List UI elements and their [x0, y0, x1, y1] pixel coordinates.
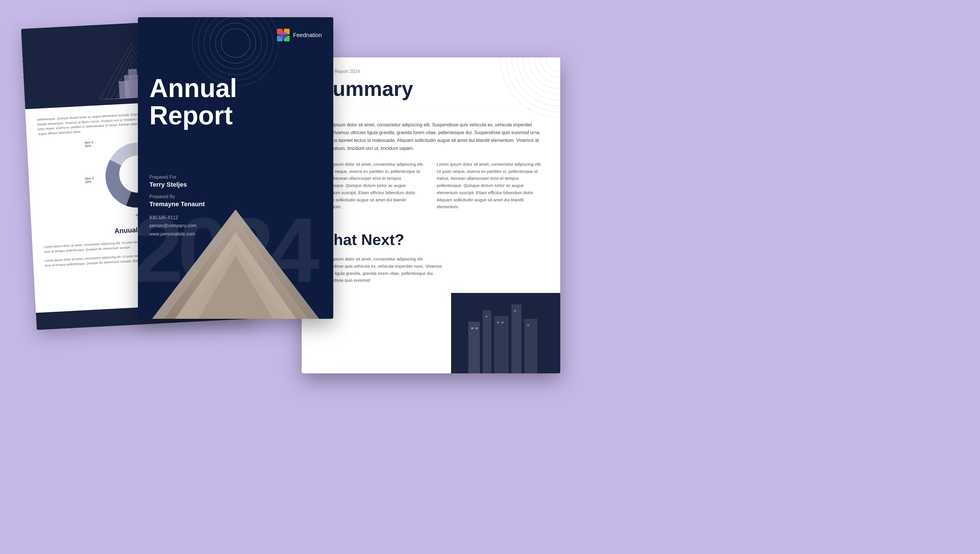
what-next-section: What Next? Lorem ipsum dolor sit amet, c…: [302, 231, 560, 284]
svg-rect-56: [527, 325, 529, 326]
what-next-title: What Next?: [319, 231, 543, 248]
svg-point-35: [546, 57, 560, 72]
svg-rect-54: [501, 322, 504, 323]
svg-rect-47: [494, 316, 508, 373]
right-card: Annual Report 2024 Summary Lorem ipsum d…: [302, 57, 560, 373]
logo-area: Feednation: [277, 29, 322, 41]
svg-point-42: [506, 57, 560, 112]
svg-rect-55: [514, 310, 516, 312]
right-circles-decoration: [497, 57, 560, 121]
title-area: Annual Report: [150, 75, 322, 129]
svg-point-14: [204, 17, 267, 75]
what-next-text: Lorem ipsum dolor sit amet, consectetur …: [319, 256, 442, 284]
right-card-body: Lorem ipsum dolor sit amet, consectetur …: [302, 110, 560, 231]
prepared-for-name: Terry Steljes: [150, 181, 322, 188]
item5-label: Item 520%: [84, 140, 94, 148]
col2-text: Lorem ipsum dolor sit amet, consectetur …: [437, 161, 543, 210]
svg-rect-7: [128, 69, 138, 98]
svg-point-38: [529, 57, 560, 89]
svg-rect-51: [475, 327, 478, 329]
building-dark-svg: [451, 293, 560, 373]
svg-point-15: [198, 17, 273, 80]
logo-name: Feednation: [293, 32, 322, 38]
building-bottom: [138, 210, 333, 319]
svg-point-11: [221, 29, 250, 57]
building-svg: [138, 210, 333, 319]
col1-text: Lorem ipsum dolor sit amet, consectetur …: [319, 161, 425, 210]
svg-point-39: [523, 57, 560, 95]
report-title: Annual Report: [150, 75, 322, 129]
svg-rect-46: [483, 310, 491, 373]
svg-point-12: [215, 23, 256, 63]
prepared-for-label: Prepared For: [150, 175, 322, 180]
svg-rect-50: [471, 327, 473, 329]
svg-rect-53: [497, 322, 499, 323]
svg-rect-52: [486, 316, 487, 317]
logo-icon: [277, 29, 290, 41]
dark-box: [451, 293, 560, 373]
summary-intro: Lorem ipsum dolor sit amet, consectetur …: [319, 121, 543, 152]
svg-rect-48: [512, 304, 521, 373]
svg-point-37: [534, 57, 560, 83]
middle-card: Feednation Annual Report Prepared For Te…: [138, 17, 333, 319]
svg-point-41: [512, 57, 560, 106]
two-column-section: Lorem ipsum dolor sit amet, consectetur …: [319, 161, 543, 210]
item4-label: Item 420%: [85, 176, 94, 184]
svg-rect-49: [524, 319, 537, 373]
svg-rect-45: [468, 322, 480, 373]
svg-point-13: [210, 17, 261, 69]
